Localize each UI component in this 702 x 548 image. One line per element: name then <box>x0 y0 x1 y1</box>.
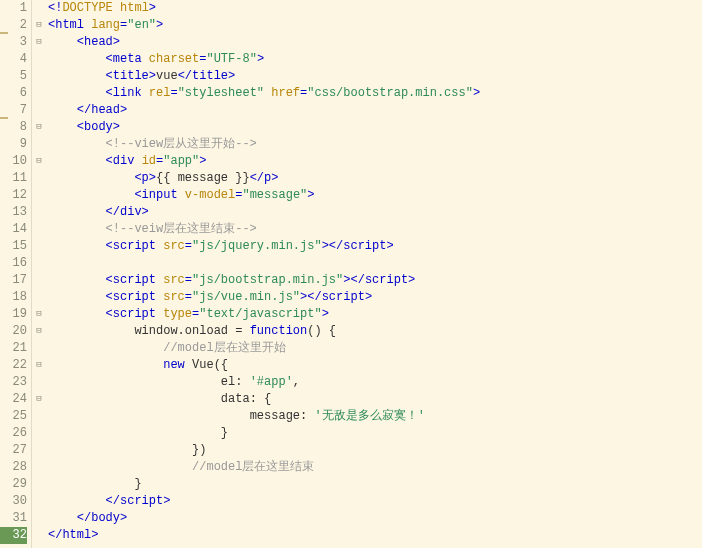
fold-marker <box>32 527 46 544</box>
token-txt: el: <box>48 375 250 389</box>
line-number[interactable]: 25 <box>0 408 27 425</box>
code-line[interactable]: </html> <box>48 527 702 544</box>
token-tag: = <box>185 290 192 304</box>
token-tag: <head> <box>77 35 120 49</box>
line-number[interactable]: 11 <box>0 170 27 187</box>
fold-gutter[interactable]: ⊟⊟⊟⊟⊟⊟⊟⊟ <box>32 0 46 548</box>
line-number[interactable]: 23 <box>0 374 27 391</box>
line-number[interactable]: 13 <box>0 204 27 221</box>
code-line[interactable]: el: '#app', <box>48 374 702 391</box>
line-number[interactable]: 8 <box>0 119 27 136</box>
code-line[interactable]: <title>vue</title> <box>48 68 702 85</box>
token-str: "stylesheet" <box>178 86 264 100</box>
code-line[interactable]: <div id="app"> <box>48 153 702 170</box>
token-tag: script> <box>322 290 372 304</box>
line-number[interactable]: 4 <box>0 51 27 68</box>
token-txt: {{ message }} <box>156 171 250 185</box>
code-line[interactable]: <!--view层从这里开始--> <box>48 136 702 153</box>
code-line[interactable]: //model层在这里开始 <box>48 340 702 357</box>
line-number[interactable]: 6 <box>0 85 27 102</box>
line-number[interactable]: 24 <box>0 391 27 408</box>
fold-marker[interactable]: ⊟ <box>32 357 46 374</box>
fold-marker[interactable]: ⊟ <box>32 153 46 170</box>
line-number[interactable]: 18 <box>0 289 27 306</box>
line-number[interactable]: 17 <box>0 272 27 289</box>
line-number[interactable]: 29 <box>0 476 27 493</box>
line-number[interactable]: 22 <box>0 357 27 374</box>
line-number[interactable]: 12 <box>0 187 27 204</box>
line-number[interactable]: 20 <box>0 323 27 340</box>
line-number[interactable]: 5 <box>0 68 27 85</box>
code-line[interactable]: </script> <box>48 493 702 510</box>
fold-marker[interactable]: ⊟ <box>32 119 46 136</box>
code-line[interactable]: //model层在这里结束 <box>48 459 702 476</box>
code-line[interactable]: </div> <box>48 204 702 221</box>
line-number[interactable]: 31 <box>0 510 27 527</box>
code-line[interactable]: <script src="js/vue.min.js"></script> <box>48 289 702 306</box>
line-number[interactable]: 27 <box>0 442 27 459</box>
fold-marker <box>32 510 46 527</box>
token-tag: <p> <box>134 171 156 185</box>
fold-marker[interactable]: ⊟ <box>32 306 46 323</box>
code-line[interactable]: <p>{{ message }}</p> <box>48 170 702 187</box>
fold-marker[interactable]: ⊟ <box>32 17 46 34</box>
line-number[interactable]: 3 <box>0 34 27 51</box>
line-number[interactable]: 15 <box>0 238 27 255</box>
fold-marker[interactable]: ⊟ <box>32 323 46 340</box>
code-line[interactable]: message: '无敌是多么寂寞！' <box>48 408 702 425</box>
code-line[interactable]: } <box>48 425 702 442</box>
code-line[interactable]: window.onload = function() { <box>48 323 702 340</box>
code-editor[interactable]: 1234567891011121314151617181920212223242… <box>0 0 702 548</box>
code-line[interactable]: <script src="js/jquery.min.js"></script> <box>48 238 702 255</box>
token-tag: </title> <box>178 69 236 83</box>
line-number[interactable]: 16 <box>0 255 27 272</box>
line-number[interactable]: 32 <box>0 527 27 544</box>
code-line[interactable]: <script type="text/javascript"> <box>48 306 702 323</box>
line-number[interactable]: 1 <box>0 0 27 17</box>
code-line[interactable]: data: { <box>48 391 702 408</box>
fold-marker <box>32 272 46 289</box>
fold-marker <box>32 170 46 187</box>
token-attr: v-model <box>185 188 235 202</box>
fold-marker <box>32 238 46 255</box>
code-line[interactable]: <html lang="en"> <box>48 17 702 34</box>
line-number[interactable]: 19 <box>0 306 27 323</box>
code-line[interactable]: </body> <box>48 510 702 527</box>
code-line[interactable]: }) <box>48 442 702 459</box>
fold-marker <box>32 255 46 272</box>
token-txt <box>48 494 106 508</box>
line-number[interactable]: 2 <box>0 17 27 34</box>
line-number[interactable]: 14 <box>0 221 27 238</box>
token-tag: ></ <box>300 290 322 304</box>
fold-marker[interactable]: ⊟ <box>32 34 46 51</box>
line-number[interactable]: 7 <box>0 102 27 119</box>
token-attr: rel <box>149 86 171 100</box>
code-line[interactable]: <link rel="stylesheet" href="css/bootstr… <box>48 85 702 102</box>
token-attr: lang <box>91 18 120 32</box>
code-line[interactable]: </head> <box>48 102 702 119</box>
code-line[interactable]: <!DOCTYPE html> <box>48 0 702 17</box>
fold-marker[interactable]: ⊟ <box>32 391 46 408</box>
line-number[interactable]: 28 <box>0 459 27 476</box>
code-line[interactable]: <body> <box>48 119 702 136</box>
line-number[interactable]: 30 <box>0 493 27 510</box>
line-number[interactable]: 9 <box>0 136 27 153</box>
code-line[interactable]: new Vue({ <box>48 357 702 374</box>
line-number-gutter[interactable]: 1234567891011121314151617181920212223242… <box>0 0 32 548</box>
token-txt <box>48 460 192 474</box>
fold-marker <box>32 374 46 391</box>
code-line[interactable]: <input v-model="message"> <box>48 187 702 204</box>
token-txt <box>48 120 77 134</box>
line-number[interactable]: 21 <box>0 340 27 357</box>
code-line[interactable]: <!--veiw层在这里结束--> <box>48 221 702 238</box>
line-number[interactable]: 26 <box>0 425 27 442</box>
code-line[interactable] <box>48 255 702 272</box>
code-line[interactable]: <meta charset="UTF-8"> <box>48 51 702 68</box>
code-area[interactable]: <!DOCTYPE html><html lang="en"> <head> <… <box>46 0 702 548</box>
code-line[interactable]: <head> <box>48 34 702 51</box>
line-number[interactable]: 10 <box>0 153 27 170</box>
code-line[interactable]: <script src="js/bootstrap.min.js"></scri… <box>48 272 702 289</box>
token-com: <!--view层从这里开始--> <box>106 137 257 151</box>
code-line[interactable]: } <box>48 476 702 493</box>
fold-marker <box>32 102 46 119</box>
